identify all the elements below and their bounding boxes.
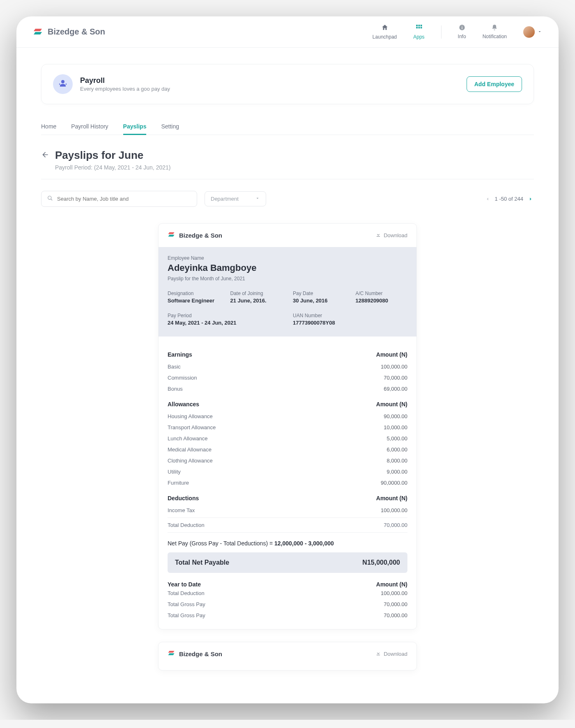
department-label: Department bbox=[211, 196, 239, 202]
employee-name-label: Employee Name bbox=[168, 255, 407, 261]
brand-logo-icon bbox=[33, 27, 43, 37]
download-label-2: Download bbox=[384, 651, 407, 657]
lunch-amount: 5,000.00 bbox=[386, 435, 407, 442]
back-arrow-icon[interactable] bbox=[41, 151, 49, 161]
tab-setting[interactable]: Setting bbox=[161, 119, 179, 135]
totaldeduction-amount: 70,000.00 bbox=[384, 522, 407, 528]
employee-name: Adeyinka Bamgboye bbox=[168, 263, 407, 273]
brand-logo-icon bbox=[168, 650, 175, 658]
slip-brand-name-2: Bizedge & Son bbox=[179, 650, 222, 657]
uan-label: UAN Number bbox=[293, 313, 407, 318]
pager-prev[interactable] bbox=[484, 196, 491, 202]
period-value: (24 May, 2021 - 24 Jun, 2021) bbox=[94, 164, 171, 171]
avatar bbox=[523, 26, 535, 38]
period-label: Payroll Period: bbox=[55, 164, 92, 171]
department-dropdown[interactable]: Department bbox=[205, 191, 266, 206]
payslip-card: Bizedge & Son Download Employee Name Ade… bbox=[158, 223, 417, 630]
basic-label: Basic bbox=[168, 364, 181, 370]
nav-launchpad[interactable]: Launchpad bbox=[373, 24, 397, 40]
pager-next[interactable] bbox=[527, 196, 534, 202]
nav-notification-label: Notification bbox=[483, 34, 507, 39]
acnumber-value: 12889209080 bbox=[356, 298, 408, 304]
netpay-value: 12,000,000 - 3,000,000 bbox=[274, 540, 334, 547]
svg-rect-0 bbox=[416, 25, 418, 26]
deductions-header: Deductions bbox=[168, 495, 199, 501]
netpay-label: Net Pay (Gross Pay - Total Deductions) = bbox=[168, 540, 274, 547]
svg-rect-8 bbox=[462, 26, 462, 26]
nav-launchpad-label: Launchpad bbox=[373, 34, 397, 40]
svg-point-9 bbox=[48, 196, 51, 199]
payperiod-value: 24 May, 2021 - 24 Jun, 2021 bbox=[168, 320, 282, 326]
doj-value: 21 June, 2016. bbox=[230, 298, 283, 304]
add-employee-button[interactable]: Add Employee bbox=[467, 76, 522, 92]
tab-home[interactable]: Home bbox=[41, 119, 56, 135]
ytd-amount-header: Amount (N) bbox=[376, 581, 407, 588]
paydate-value: 30 June, 2016 bbox=[293, 298, 345, 304]
nav-info[interactable]: Info bbox=[458, 24, 466, 39]
uan-value: 17773900078Y08 bbox=[293, 320, 407, 326]
page-title: Payslips for June bbox=[55, 149, 170, 162]
slip-brand-name: Bizedge & Son bbox=[179, 232, 222, 239]
slip-brand: Bizedge & Son bbox=[168, 231, 222, 240]
incometax-amount: 100,000.00 bbox=[381, 507, 407, 513]
net-payable-label: Total Net Payable bbox=[175, 559, 229, 566]
search-input[interactable] bbox=[57, 196, 191, 202]
svg-line-10 bbox=[51, 199, 53, 201]
payslip-month: Payslip for the Month of June, 2021 bbox=[168, 276, 407, 282]
chevron-down-icon bbox=[537, 28, 542, 36]
amount-header: Amount (N) bbox=[376, 351, 407, 358]
user-menu[interactable] bbox=[523, 26, 542, 38]
allowances-header: Allowances bbox=[168, 401, 199, 407]
svg-rect-5 bbox=[421, 27, 422, 29]
tab-payslips[interactable]: Payslips bbox=[123, 119, 147, 135]
housing-label: Housing Allowance bbox=[168, 413, 213, 419]
commission-amount: 70,000.00 bbox=[384, 375, 407, 381]
download-icon bbox=[375, 650, 381, 657]
acnumber-label: A/C Number bbox=[356, 291, 408, 296]
pagination: 1 -50 of 244 bbox=[484, 196, 534, 202]
clothing-label: Clothing Allowance bbox=[168, 458, 213, 464]
furniture-label: Furniture bbox=[168, 480, 189, 486]
nav-divider bbox=[441, 25, 442, 39]
transport-amount: 10,000.00 bbox=[384, 424, 407, 430]
payslip-card-next: Bizedge & Son Download bbox=[158, 642, 417, 671]
download-button-2[interactable]: Download bbox=[375, 650, 407, 657]
nav-apps-label: Apps bbox=[413, 34, 424, 40]
ytd-gross2-amount: 70,000.00 bbox=[384, 612, 407, 618]
search-box[interactable] bbox=[41, 191, 197, 207]
svg-rect-3 bbox=[416, 27, 418, 29]
netpay-formula: Net Pay (Gross Pay - Total Deductions) =… bbox=[168, 540, 407, 547]
totaldeduction-label: Total Deduction bbox=[168, 522, 205, 528]
brand: Bizedge & Son bbox=[33, 27, 105, 37]
module-subtitle: Every employees loves a goo pay day bbox=[80, 86, 170, 92]
furniture-amount: 90,0000.00 bbox=[381, 480, 407, 486]
utility-amount: 9,000.00 bbox=[386, 469, 407, 475]
tab-payroll-history[interactable]: Payroll History bbox=[71, 119, 108, 135]
medical-label: Medical Allownace bbox=[168, 446, 212, 453]
chevron-down-icon bbox=[255, 196, 260, 202]
doj-label: Date of Joining bbox=[230, 291, 283, 296]
svg-rect-2 bbox=[421, 25, 422, 26]
basic-amount: 100,000.00 bbox=[381, 364, 407, 370]
module-title: Payroll bbox=[80, 76, 170, 85]
commission-label: Commission bbox=[168, 375, 197, 381]
tabs: Home Payroll History Payslips Setting bbox=[41, 119, 534, 135]
page-subtitle: Payroll Period: (24 May, 2021 - 24 Jun, … bbox=[55, 164, 170, 171]
payperiod-label: Pay Period bbox=[168, 313, 282, 318]
nav-notification[interactable]: Notification bbox=[483, 24, 507, 39]
ytd-gross1-label: Total Gross Pay bbox=[168, 601, 205, 607]
medical-amount: 6,000.00 bbox=[386, 446, 407, 453]
download-button[interactable]: Download bbox=[375, 232, 407, 239]
bonus-label: Bonus bbox=[168, 386, 183, 392]
ytd-gross2-label: Total Gross Pay bbox=[168, 612, 205, 618]
transport-label: Transport Allowance bbox=[168, 424, 216, 430]
net-payable-box: Total Net Payable N15,000,000 bbox=[168, 552, 407, 573]
ytd-deduction-amount: 100,000.00 bbox=[381, 590, 407, 596]
bonus-amount: 69,000.00 bbox=[384, 386, 407, 392]
bell-icon bbox=[491, 24, 498, 32]
ytd-header: Year to Date bbox=[168, 581, 201, 588]
earnings-header: Earnings bbox=[168, 351, 192, 358]
nav-apps[interactable]: Apps bbox=[413, 24, 424, 40]
net-payable-value: N15,000,000 bbox=[362, 559, 400, 566]
nav-info-label: Info bbox=[458, 34, 466, 39]
